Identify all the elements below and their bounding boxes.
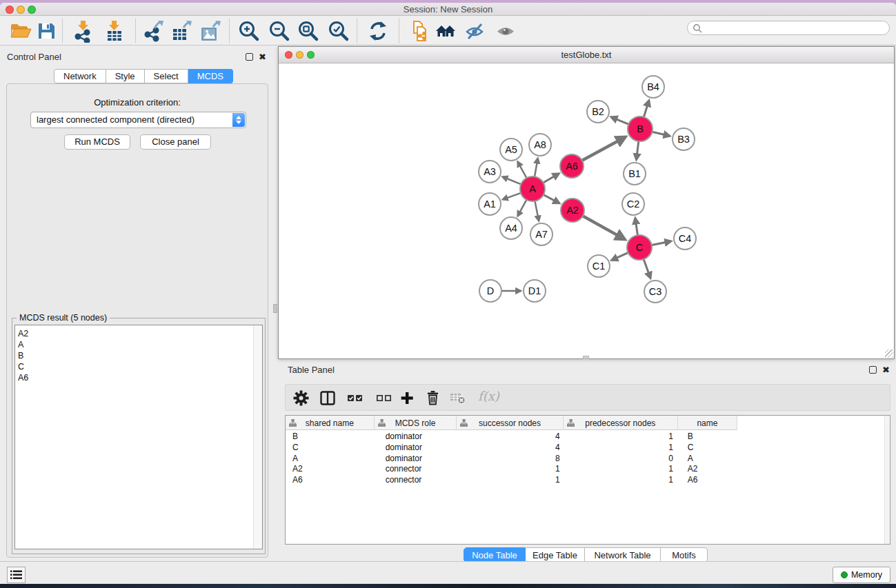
eye-icon[interactable] [494,19,517,43]
export-image-icon[interactable] [199,19,222,43]
table-cell[interactable]: C [678,443,737,454]
mcds-result-item[interactable]: A [18,339,262,350]
zoom-out-icon[interactable] [268,19,291,43]
duplicate-network-icon[interactable] [408,19,432,43]
graph-edge-C-C4[interactable] [651,241,671,245]
table-cell[interactable]: 1 [457,464,563,475]
graph-edge-B-B3[interactable] [652,132,670,136]
delete-table-icon[interactable] [450,390,466,406]
table-cell[interactable]: A2 [286,464,375,475]
search-input[interactable] [704,22,884,34]
settings-gear-icon[interactable] [293,390,309,406]
close-panel-button[interactable]: Close panel [140,134,211,150]
table-cell[interactable]: 1 [564,464,678,475]
graph-edge-A-A8[interactable] [535,159,538,178]
column-header-name[interactable]: name [678,416,737,430]
table-cell[interactable]: dominator [375,432,457,443]
show-columns-icon[interactable] [319,390,336,406]
zoom-selected-icon[interactable] [327,19,350,43]
graph-edge-A-A1[interactable] [503,193,521,200]
open-session-icon[interactable] [8,19,32,43]
table-row[interactable]: A6connector11A6 [286,475,737,486]
close-panel-icon[interactable]: ✖ [882,366,890,374]
select-all-icon[interactable] [347,390,364,406]
table-cell[interactable]: connector [375,475,457,486]
graph-edge-B-B2[interactable] [611,117,629,125]
function-builder-icon[interactable]: f(x) [478,389,499,403]
add-icon[interactable] [399,390,415,406]
table-row[interactable]: Bdominator41B [286,432,737,443]
graph-edge-A-A2[interactable] [543,194,559,203]
tab-node-table[interactable]: Node Table [464,547,526,562]
mcds-result-item[interactable]: A2 [18,328,262,339]
refresh-icon[interactable] [366,19,390,43]
tab-network[interactable]: Network [54,69,106,83]
close-panel-icon[interactable]: ✖ [259,53,266,61]
tab-edge-table[interactable]: Edge Table [526,547,585,562]
table-cell[interactable]: 1 [564,475,678,486]
graph-edge-C-C3[interactable] [644,258,650,278]
network-graph[interactable]: AA1A2A3A4A5A6A7A8BB1B2B3B4CC1C2C3C4DD1 [279,63,894,358]
memory-button[interactable]: Memory [833,567,890,583]
mcds-result-scrollbar[interactable] [253,325,262,549]
resize-grip[interactable] [885,349,893,358]
import-table-icon[interactable] [103,19,126,43]
save-session-icon[interactable] [34,19,58,43]
column-header-shared-name[interactable]: shared name [286,416,375,430]
table-row[interactable]: A2connector11A2 [286,464,737,475]
graph-edge-A-A4[interactable] [518,199,527,216]
mcds-result-item[interactable]: C [18,361,262,372]
table-cell[interactable]: dominator [375,454,457,465]
graph-edge-B-B4[interactable] [644,101,649,118]
graph-edge-A-A5[interactable] [518,162,527,179]
graph-edge-A6-B[interactable] [581,137,626,161]
table-scrollbar[interactable] [884,416,890,544]
tab-network-table[interactable]: Network Table [585,547,661,562]
table-cell[interactable]: A [678,454,737,465]
graph-edge-C-C1[interactable] [612,252,629,260]
mcds-result-item[interactable]: B [18,350,262,361]
float-panel-icon[interactable] [869,366,877,374]
unselect-all-icon[interactable] [376,390,392,406]
tab-style[interactable]: Style [106,69,145,83]
home-icon[interactable] [435,19,458,43]
tab-motifs[interactable]: Motifs [661,547,708,562]
horizontal-scroll-thumb[interactable] [583,356,589,359]
graph-edge-A-A3[interactable] [503,176,522,184]
table-cell[interactable]: dominator [375,443,457,454]
column-header-predecessor-nodes[interactable]: predecessor nodes [564,416,678,430]
table-cell[interactable]: A6 [286,475,375,486]
table-cell[interactable]: 0 [564,454,678,465]
graph-edge-B-B1[interactable] [637,141,639,160]
vertical-scroll-thumb[interactable] [273,304,277,313]
table-cell[interactable]: A [286,454,375,465]
table-row[interactable]: Adominator80A [286,454,737,465]
table-cell[interactable]: 8 [457,454,563,465]
float-panel-icon[interactable] [246,53,253,61]
table-cell[interactable]: 1 [564,443,678,454]
search-field[interactable] [687,21,890,35]
tab-select[interactable]: Select [145,69,188,83]
table-cell[interactable]: connector [375,464,457,475]
export-network-icon[interactable] [141,19,165,43]
export-table-icon[interactable] [170,19,193,43]
hide-graphics-details-icon[interactable] [464,19,487,43]
table-cell[interactable]: B [286,432,375,443]
table-cell[interactable]: 4 [457,443,563,454]
mcds-result-item[interactable]: A6 [18,372,262,383]
zoom-fit-icon[interactable] [297,19,320,43]
column-header-MCDS-role[interactable]: MCDS role [375,416,457,430]
import-network-icon[interactable] [72,19,95,43]
graph-edge-C-C2[interactable] [635,218,638,236]
zoom-in-icon[interactable] [237,19,261,43]
table-cell[interactable]: A2 [678,464,737,475]
delete-icon[interactable] [425,390,441,406]
table-cell[interactable]: 1 [457,475,563,486]
run-mcds-button[interactable]: Run MCDS [64,134,130,150]
table-cell[interactable]: 4 [457,432,563,443]
task-history-button[interactable] [7,567,26,583]
graph-edge-A2-C[interactable] [582,216,625,239]
table-cell[interactable]: C [286,443,375,454]
graph-edge-A-A7[interactable] [535,201,539,221]
table-cell[interactable]: 1 [564,432,678,443]
